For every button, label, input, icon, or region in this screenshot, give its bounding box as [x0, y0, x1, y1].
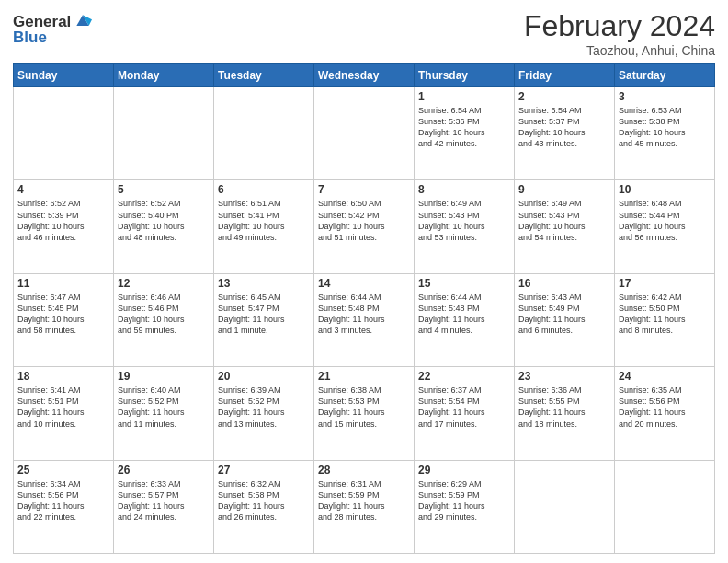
week-row-4: 25Sunrise: 6:34 AM Sunset: 5:56 PM Dayli… — [14, 460, 715, 553]
day-number: 7 — [318, 183, 410, 196]
day-info: Sunrise: 6:51 AM Sunset: 5:41 PM Dayligh… — [218, 198, 310, 243]
day-cell-2-3: 14Sunrise: 6:44 AM Sunset: 5:48 PM Dayli… — [314, 273, 415, 366]
day-number: 17 — [619, 277, 711, 290]
day-number: 29 — [418, 464, 510, 477]
logo: General Blue — [13, 13, 92, 47]
day-info: Sunrise: 6:41 AM Sunset: 5:51 PM Dayligh… — [17, 385, 109, 430]
day-cell-4-2: 27Sunrise: 6:32 AM Sunset: 5:58 PM Dayli… — [214, 460, 314, 553]
col-saturday: Saturday — [615, 64, 715, 87]
day-cell-4-1: 26Sunrise: 6:33 AM Sunset: 5:57 PM Dayli… — [114, 460, 214, 553]
day-info: Sunrise: 6:39 AM Sunset: 5:52 PM Dayligh… — [218, 385, 310, 430]
day-cell-1-0: 4Sunrise: 6:52 AM Sunset: 5:39 PM Daylig… — [14, 180, 114, 273]
day-number: 19 — [118, 370, 210, 383]
day-info: Sunrise: 6:52 AM Sunset: 5:39 PM Dayligh… — [17, 198, 109, 243]
day-number: 28 — [318, 464, 410, 477]
day-cell-4-4: 29Sunrise: 6:29 AM Sunset: 5:59 PM Dayli… — [415, 460, 515, 553]
col-monday: Monday — [114, 64, 214, 87]
day-info: Sunrise: 6:35 AM Sunset: 5:56 PM Dayligh… — [619, 385, 711, 430]
day-number: 10 — [619, 183, 711, 196]
week-row-1: 4Sunrise: 6:52 AM Sunset: 5:39 PM Daylig… — [14, 180, 715, 273]
day-cell-4-0: 25Sunrise: 6:34 AM Sunset: 5:56 PM Dayli… — [14, 460, 114, 553]
day-number: 2 — [518, 90, 610, 103]
day-cell-0-0 — [14, 87, 114, 180]
day-info: Sunrise: 6:44 AM Sunset: 5:48 PM Dayligh… — [318, 292, 410, 337]
day-cell-4-6 — [615, 460, 715, 553]
page: General Blue February 2024 Taozhou, Anhu… — [0, 0, 728, 563]
day-number: 25 — [17, 464, 109, 477]
day-info: Sunrise: 6:54 AM Sunset: 5:36 PM Dayligh… — [418, 105, 510, 150]
day-cell-1-2: 6Sunrise: 6:51 AM Sunset: 5:41 PM Daylig… — [214, 180, 314, 273]
day-number: 9 — [518, 183, 610, 196]
day-cell-3-6: 24Sunrise: 6:35 AM Sunset: 5:56 PM Dayli… — [615, 367, 715, 460]
day-cell-1-3: 7Sunrise: 6:50 AM Sunset: 5:42 PM Daylig… — [314, 180, 415, 273]
day-number: 4 — [17, 183, 109, 196]
week-row-2: 11Sunrise: 6:47 AM Sunset: 5:45 PM Dayli… — [14, 273, 715, 366]
col-friday: Friday — [515, 64, 615, 87]
day-cell-0-2 — [214, 87, 314, 180]
weekday-header-row: Sunday Monday Tuesday Wednesday Thursday… — [14, 64, 715, 87]
day-number: 18 — [17, 370, 109, 383]
day-cell-0-3 — [314, 87, 415, 180]
day-number: 3 — [619, 90, 711, 103]
day-cell-3-4: 22Sunrise: 6:37 AM Sunset: 5:54 PM Dayli… — [415, 367, 515, 460]
location: Taozhou, Anhui, China — [524, 43, 715, 58]
day-info: Sunrise: 6:38 AM Sunset: 5:53 PM Dayligh… — [318, 385, 410, 430]
day-number: 21 — [318, 370, 410, 383]
day-cell-1-6: 10Sunrise: 6:48 AM Sunset: 5:44 PM Dayli… — [615, 180, 715, 273]
day-cell-3-2: 20Sunrise: 6:39 AM Sunset: 5:52 PM Dayli… — [214, 367, 314, 460]
col-wednesday: Wednesday — [314, 64, 415, 87]
title-block: February 2024 Taozhou, Anhui, China — [524, 9, 715, 58]
day-cell-4-5 — [515, 460, 615, 553]
calendar-table: Sunday Monday Tuesday Wednesday Thursday… — [13, 63, 715, 554]
day-info: Sunrise: 6:49 AM Sunset: 5:43 PM Dayligh… — [418, 198, 510, 243]
day-number: 20 — [218, 370, 310, 383]
day-number: 16 — [518, 277, 610, 290]
week-row-3: 18Sunrise: 6:41 AM Sunset: 5:51 PM Dayli… — [14, 367, 715, 460]
day-cell-0-1 — [114, 87, 214, 180]
day-number: 13 — [218, 277, 310, 290]
day-info: Sunrise: 6:37 AM Sunset: 5:54 PM Dayligh… — [418, 385, 510, 430]
day-info: Sunrise: 6:47 AM Sunset: 5:45 PM Dayligh… — [17, 292, 109, 337]
day-cell-3-1: 19Sunrise: 6:40 AM Sunset: 5:52 PM Dayli… — [114, 367, 214, 460]
logo-blue: Blue — [13, 29, 92, 47]
day-number: 6 — [218, 183, 310, 196]
day-info: Sunrise: 6:45 AM Sunset: 5:47 PM Dayligh… — [218, 292, 310, 337]
day-cell-2-4: 15Sunrise: 6:44 AM Sunset: 5:48 PM Dayli… — [415, 273, 515, 366]
col-tuesday: Tuesday — [214, 64, 314, 87]
day-cell-0-4: 1Sunrise: 6:54 AM Sunset: 5:36 PM Daylig… — [415, 87, 515, 180]
day-cell-1-5: 9Sunrise: 6:49 AM Sunset: 5:43 PM Daylig… — [515, 180, 615, 273]
day-info: Sunrise: 6:40 AM Sunset: 5:52 PM Dayligh… — [118, 385, 210, 430]
day-info: Sunrise: 6:31 AM Sunset: 5:59 PM Dayligh… — [318, 478, 410, 523]
day-number: 27 — [218, 464, 310, 477]
day-info: Sunrise: 6:43 AM Sunset: 5:49 PM Dayligh… — [518, 292, 610, 337]
day-info: Sunrise: 6:52 AM Sunset: 5:40 PM Dayligh… — [118, 198, 210, 243]
day-info: Sunrise: 6:36 AM Sunset: 5:55 PM Dayligh… — [518, 385, 610, 430]
day-cell-0-6: 3Sunrise: 6:53 AM Sunset: 5:38 PM Daylig… — [615, 87, 715, 180]
day-info: Sunrise: 6:29 AM Sunset: 5:59 PM Dayligh… — [418, 478, 510, 523]
day-cell-1-4: 8Sunrise: 6:49 AM Sunset: 5:43 PM Daylig… — [415, 180, 515, 273]
col-sunday: Sunday — [14, 64, 114, 87]
day-cell-2-6: 17Sunrise: 6:42 AM Sunset: 5:50 PM Dayli… — [615, 273, 715, 366]
day-info: Sunrise: 6:33 AM Sunset: 5:57 PM Dayligh… — [118, 478, 210, 523]
logo-icon — [74, 12, 92, 30]
day-info: Sunrise: 6:53 AM Sunset: 5:38 PM Dayligh… — [619, 105, 711, 150]
day-cell-2-2: 13Sunrise: 6:45 AM Sunset: 5:47 PM Dayli… — [214, 273, 314, 366]
month-title: February 2024 — [524, 9, 715, 43]
day-number: 14 — [318, 277, 410, 290]
header: General Blue February 2024 Taozhou, Anhu… — [13, 9, 715, 58]
day-number: 24 — [619, 370, 711, 383]
day-cell-3-5: 23Sunrise: 6:36 AM Sunset: 5:55 PM Dayli… — [515, 367, 615, 460]
day-info: Sunrise: 6:49 AM Sunset: 5:43 PM Dayligh… — [518, 198, 610, 243]
day-cell-4-3: 28Sunrise: 6:31 AM Sunset: 5:59 PM Dayli… — [314, 460, 415, 553]
day-info: Sunrise: 6:50 AM Sunset: 5:42 PM Dayligh… — [318, 198, 410, 243]
day-number: 23 — [518, 370, 610, 383]
day-info: Sunrise: 6:34 AM Sunset: 5:56 PM Dayligh… — [17, 478, 109, 523]
day-info: Sunrise: 6:42 AM Sunset: 5:50 PM Dayligh… — [619, 292, 711, 337]
day-number: 12 — [118, 277, 210, 290]
day-number: 22 — [418, 370, 510, 383]
day-number: 5 — [118, 183, 210, 196]
week-row-0: 1Sunrise: 6:54 AM Sunset: 5:36 PM Daylig… — [14, 87, 715, 180]
day-cell-3-0: 18Sunrise: 6:41 AM Sunset: 5:51 PM Dayli… — [14, 367, 114, 460]
day-info: Sunrise: 6:32 AM Sunset: 5:58 PM Dayligh… — [218, 478, 310, 523]
day-number: 11 — [17, 277, 109, 290]
